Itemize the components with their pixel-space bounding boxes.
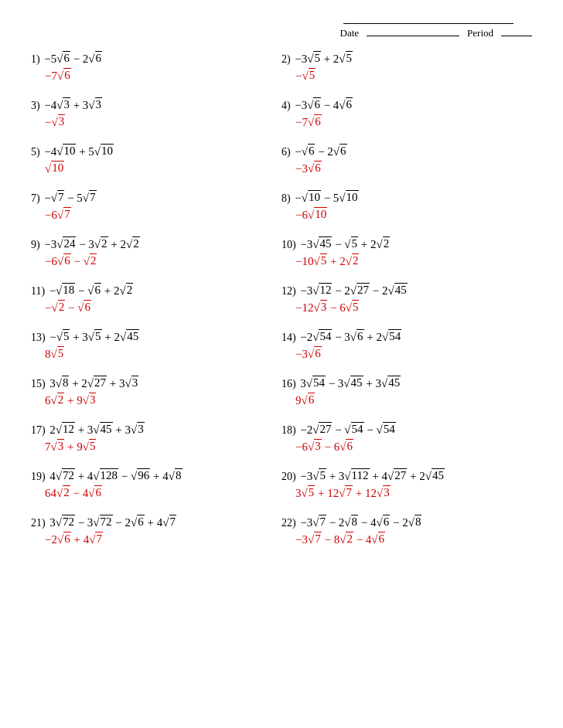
problem-answer-2: −√5: [282, 69, 524, 83]
problem-cell-13: 13) −√5 + 3√5 + 2√458√5: [31, 325, 282, 372]
problem-number-8: 8): [282, 192, 293, 204]
problem-row-14: 14) −2√54 − 3√6 + 2√54: [282, 330, 524, 344]
problem-expr-1: −5√6 − 2√6: [44, 53, 102, 65]
problem-answer-3: −√3: [31, 115, 274, 129]
problem-answer-19: 64√2 − 4√6: [31, 486, 274, 500]
problem-number-19: 19): [31, 471, 48, 482]
problem-expr-18: −2√27 − √54 − √54: [300, 424, 396, 436]
problem-cell-18: 18) −2√27 − √54 − √54−6√3 − 6√6: [282, 418, 532, 464]
problem-expr-4: −3√6 − 4√6: [295, 99, 353, 111]
problem-cell-22: 22) −3√7 − 2√8 − 4√6 − 2√8−3√7 − 8√2 − 4…: [282, 511, 532, 557]
problem-number-3: 3): [31, 100, 43, 111]
problem-expr-11: −√18 − √6 + 2√2: [49, 284, 134, 297]
problem-answer-20: 3√5 + 12√7 + 12√3: [282, 486, 524, 500]
problem-expr-13: −√5 + 3√5 + 2√45: [49, 331, 139, 343]
problem-answer-4: −7√6: [282, 115, 524, 129]
problem-row-19: 19) 4√72 + 4√128 − √96 + 4√8: [31, 469, 274, 483]
problem-cell-10: 10) −3√45 − √5 + 2√2−10√5 + 2√2: [282, 233, 532, 279]
problem-number-15: 15): [31, 378, 48, 390]
problem-expr-7: −√7 − 5√7: [44, 192, 96, 204]
problem-answer-6: −3√6: [282, 162, 524, 175]
problem-row-3: 3) −4√3 + 3√3: [31, 98, 274, 112]
problem-answer-14: −3√6: [282, 347, 524, 361]
problem-number-22: 22): [282, 517, 299, 529]
problem-number-13: 13): [31, 332, 48, 343]
problem-expr-14: −2√54 − 3√6 + 2√54: [300, 331, 401, 343]
problems-grid: 1) −5√6 − 2√6−7√62) −3√5 + 2√5−√53) −4√3…: [31, 47, 532, 557]
problem-answer-5: √10: [31, 162, 274, 175]
problem-number-4: 4): [282, 100, 293, 111]
problem-answer-11: −√2 − √6: [31, 301, 274, 315]
problem-expr-22: −3√7 − 2√8 − 4√6 − 2√8: [300, 516, 421, 529]
problem-number-21: 21): [31, 517, 48, 529]
problem-row-18: 18) −2√27 − √54 − √54: [282, 423, 524, 437]
problem-expr-3: −4√3 + 3√3: [44, 99, 102, 111]
problem-expr-2: −3√5 + 2√5: [295, 53, 353, 65]
problem-cell-12: 12) −3√12 − 2√27 − 2√45−12√3 − 6√5: [282, 279, 532, 325]
date-period-line: Date Period: [340, 27, 533, 39]
date-underline: [367, 36, 459, 36]
problem-cell-16: 16) 3√54 − 3√45 + 3√459√6: [282, 372, 532, 418]
problem-cell-21: 21) 3√72 − 3√72 − 2√6 + 4√7−2√6 + 4√7: [31, 511, 282, 557]
problem-answer-10: −10√5 + 2√2: [282, 254, 524, 268]
problem-expr-20: −3√5 + 3√112 + 4√27 + 2√45: [300, 470, 445, 482]
problem-answer-16: 9√6: [282, 393, 524, 407]
problem-expr-19: 4√72 + 4√128 − √96 + 4√8: [49, 470, 182, 482]
problem-row-15: 15) 3√8 + 2√27 + 3√3: [31, 376, 274, 390]
problem-number-5: 5): [31, 146, 43, 158]
problem-cell-2: 2) −3√5 + 2√5−√5: [282, 47, 532, 94]
problem-number-18: 18): [282, 424, 299, 436]
problem-number-2: 2): [282, 53, 293, 65]
header-right: Date Period: [340, 23, 533, 39]
problem-row-11: 11) −√18 − √6 + 2√2: [31, 284, 274, 298]
problem-row-7: 7) −√7 − 5√7: [31, 191, 274, 205]
problem-number-1: 1): [31, 53, 43, 65]
problem-cell-3: 3) −4√3 + 3√3−√3: [31, 94, 282, 140]
problem-expr-12: −3√12 − 2√27 − 2√45: [300, 284, 408, 297]
problem-row-12: 12) −3√12 − 2√27 − 2√45: [282, 284, 524, 298]
problem-row-6: 6) −√6 − 2√6: [282, 145, 524, 158]
problem-row-9: 9) −3√24 − 3√2 + 2√2: [31, 237, 274, 251]
problem-expr-21: 3√72 − 3√72 − 2√6 + 4√7: [49, 516, 176, 529]
header-top: Date Period: [31, 23, 532, 39]
problem-number-10: 10): [282, 239, 299, 250]
problem-number-14: 14): [282, 332, 299, 343]
problem-row-10: 10) −3√45 − √5 + 2√2: [282, 237, 524, 251]
name-line: [340, 23, 514, 24]
date-label: Date: [340, 27, 360, 39]
problem-expr-5: −4√10 + 5√10: [44, 145, 114, 158]
problem-number-9: 9): [31, 239, 43, 250]
problem-cell-8: 8) −√10 − 5√10−6√10: [282, 186, 532, 233]
problem-cell-20: 20) −3√5 + 3√112 + 4√27 + 2√453√5 + 12√7…: [282, 464, 532, 511]
period-underline: [501, 36, 532, 36]
problem-answer-17: 7√3 + 9√5: [31, 440, 274, 454]
period-label: Period: [467, 27, 493, 39]
problem-expr-16: 3√54 − 3√45 + 3√45: [300, 377, 401, 390]
problem-cell-15: 15) 3√8 + 2√27 + 3√36√2 + 9√3: [31, 372, 282, 418]
problem-answer-22: −3√7 − 8√2 − 4√6: [282, 532, 524, 546]
problem-cell-17: 17) 2√12 + 3√45 + 3√37√3 + 9√5: [31, 418, 282, 464]
problem-answer-8: −6√10: [282, 208, 524, 222]
problem-answer-21: −2√6 + 4√7: [31, 532, 274, 546]
problem-cell-5: 5) −4√10 + 5√10√10: [31, 140, 282, 186]
name-underline: [343, 23, 514, 24]
problem-row-17: 17) 2√12 + 3√45 + 3√3: [31, 423, 274, 437]
problem-answer-15: 6√2 + 9√3: [31, 393, 274, 407]
problem-expr-6: −√6 − 2√6: [295, 145, 346, 158]
problem-number-17: 17): [31, 424, 48, 436]
problem-number-20: 20): [282, 471, 299, 482]
problem-row-20: 20) −3√5 + 3√112 + 4√27 + 2√45: [282, 469, 524, 483]
problem-cell-14: 14) −2√54 − 3√6 + 2√54−3√6: [282, 325, 532, 372]
problem-row-13: 13) −√5 + 3√5 + 2√45: [31, 330, 274, 344]
problem-answer-18: −6√3 − 6√6: [282, 440, 524, 454]
problem-expr-9: −3√24 − 3√2 + 2√2: [44, 238, 140, 250]
problem-number-12: 12): [282, 285, 299, 297]
problem-answer-12: −12√3 − 6√5: [282, 301, 524, 315]
problem-expr-10: −3√45 − √5 + 2√2: [300, 238, 390, 250]
problem-row-4: 4) −3√6 − 4√6: [282, 98, 524, 112]
problem-expr-15: 3√8 + 2√27 + 3√3: [49, 377, 138, 390]
problem-cell-19: 19) 4√72 + 4√128 − √96 + 4√864√2 − 4√6: [31, 464, 282, 511]
problem-cell-4: 4) −3√6 − 4√6−7√6: [282, 94, 532, 140]
problem-row-1: 1) −5√6 − 2√6: [31, 52, 274, 66]
problem-answer-7: −6√7: [31, 208, 274, 222]
